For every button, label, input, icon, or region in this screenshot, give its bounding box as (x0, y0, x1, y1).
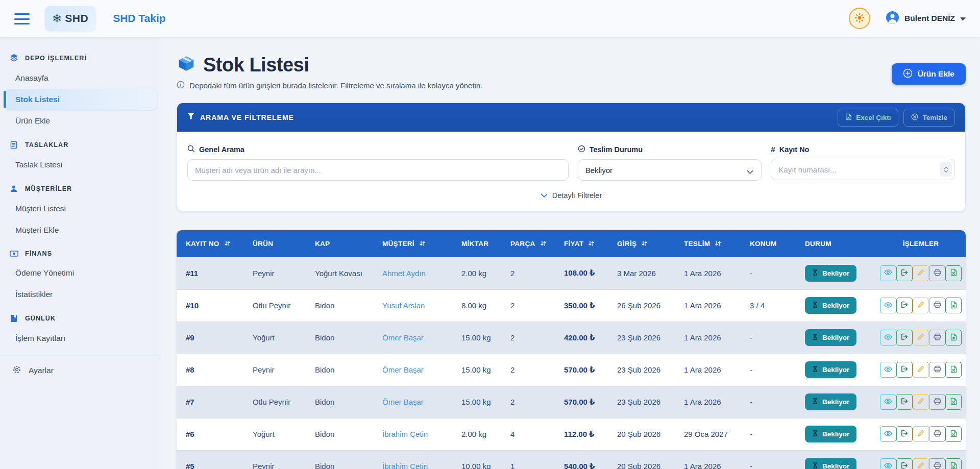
excel-action-button[interactable] (945, 330, 962, 345)
cell-miktar: 2.00 kg (452, 418, 501, 450)
hamburger-menu-icon[interactable] (14, 13, 30, 24)
print-action-button[interactable] (929, 394, 945, 410)
column-header-teslim[interactable]: TESLİM (675, 230, 741, 257)
cell-kayit: #5 (177, 450, 243, 469)
cell-kap: Yoğurt Kovası (306, 257, 373, 289)
cell-giris: 23 Şub 2026 (608, 386, 675, 418)
cell-kayit: #11 (177, 257, 243, 289)
stock-table: KAYIT NOÜRÜNKAPMÜŞTERİMİKTARPARÇAFİYATGİ… (177, 230, 966, 469)
excel-export-button[interactable]: Excel Çıktı (838, 109, 898, 127)
customer-link[interactable]: Ömer Başar (382, 398, 424, 406)
customer-link[interactable]: Ömer Başar (382, 333, 424, 342)
print-action-button[interactable] (929, 298, 945, 313)
excel-action-button[interactable] (945, 362, 962, 378)
deliver-icon (901, 462, 909, 469)
filter-header: ARAMA VE FİLTRELEME Excel Çıktı (177, 103, 965, 132)
view-action-button[interactable] (880, 265, 896, 281)
deliver-action-button[interactable] (896, 458, 913, 469)
customer-link[interactable]: İbrahim Çetin (382, 430, 428, 438)
cell-miktar: 15.00 kg (452, 354, 501, 386)
cell-teslim: 29 Oca 2027 (675, 418, 741, 450)
print-action-button[interactable] (929, 458, 945, 469)
avatar (886, 11, 899, 27)
deliver-icon (901, 365, 909, 374)
theme-toggle-button[interactable] (849, 8, 870, 29)
deliver-action-button[interactable] (896, 362, 913, 378)
sidebar-item-odeme-yonetimi[interactable]: Ödeme Yönetimi (4, 263, 157, 283)
column-header-islemler: İŞLEMLER (876, 230, 966, 257)
excel-action-button[interactable] (945, 265, 962, 281)
row-actions (880, 362, 962, 378)
view-action-button[interactable] (880, 458, 896, 469)
excel-action-button[interactable] (945, 394, 962, 410)
print-action-button[interactable] (929, 362, 945, 378)
status-badge: Bekliyor (805, 329, 856, 346)
sun-icon (854, 12, 865, 25)
cell-giris: 20 Şub 2026 (608, 418, 675, 450)
edit-action-button[interactable] (913, 458, 929, 469)
edit-action-button[interactable] (913, 394, 929, 410)
edit-icon (917, 301, 924, 310)
cell-musteri: İbrahim Çetin (373, 450, 452, 469)
deliver-action-button[interactable] (896, 330, 913, 345)
view-action-button[interactable] (880, 298, 896, 313)
search-input[interactable] (187, 159, 569, 181)
detailed-filters-toggle[interactable]: Detaylı Filtreler (187, 191, 955, 200)
column-header-kayit[interactable]: KAYIT NO (177, 230, 243, 257)
cell-urun: Yoğurt (243, 418, 306, 450)
edit-action-button[interactable] (913, 330, 929, 345)
deliver-action-button[interactable] (896, 394, 913, 410)
top-bar: ❄ SHD SHD Takip (0, 0, 980, 37)
excel-icon (950, 430, 957, 439)
excel-action-button[interactable] (945, 458, 962, 469)
sidebar-item-taslak-listesi[interactable]: Taslak Listesi (4, 155, 157, 175)
print-action-button[interactable] (929, 330, 945, 345)
edit-action-button[interactable] (913, 362, 929, 378)
column-header-konum: KONUM (741, 230, 796, 257)
edit-icon (917, 365, 924, 374)
sidebar-item-stok-listesi[interactable]: Stok Listesi (4, 89, 157, 110)
clear-filters-button[interactable]: Temizle (903, 109, 955, 127)
sidebar-item-i-statistikler[interactable]: İstatistikler (4, 284, 157, 305)
view-action-button[interactable] (880, 330, 896, 345)
column-header-parca[interactable]: PARÇA (501, 230, 555, 257)
package-box-icon (177, 55, 196, 76)
view-action-button[interactable] (880, 394, 896, 410)
customer-link[interactable]: İbrahim Çetin (382, 462, 428, 469)
sidebar-item-anasayfa[interactable]: Anasayfa (4, 68, 157, 88)
customer-link[interactable]: Yusuf Arslan (382, 301, 425, 310)
edit-action-button[interactable] (913, 298, 929, 313)
column-header-fiyat[interactable]: FİYAT (555, 230, 608, 257)
column-header-giris[interactable]: GİRİŞ (608, 230, 675, 257)
excel-action-button[interactable] (945, 298, 962, 313)
customer-link[interactable]: Ömer Başar (382, 365, 424, 374)
edit-action-button[interactable] (913, 426, 929, 442)
customer-link[interactable]: Ahmet Aydın (382, 269, 426, 278)
sidebar-item-musteri-listesi[interactable]: Müşteri Listesi (4, 199, 157, 219)
column-header-musteri[interactable]: MÜŞTERİ (373, 230, 452, 257)
edit-action-button[interactable] (913, 265, 929, 281)
deliver-action-button[interactable] (896, 265, 913, 281)
excel-icon (950, 462, 957, 469)
deliver-action-button[interactable] (896, 426, 913, 442)
number-spinner[interactable] (940, 162, 952, 177)
print-action-button[interactable] (929, 426, 945, 442)
cell-fiyat: 350.00 ₺ (555, 289, 608, 322)
excel-action-button[interactable] (945, 426, 962, 442)
gear-icon (12, 365, 21, 376)
view-action-button[interactable] (880, 362, 896, 378)
print-action-button[interactable] (929, 265, 945, 281)
sidebar-item-ayarlar[interactable]: Ayarlar (0, 358, 161, 383)
sidebar-item-musteri-ekle[interactable]: Müşteri Ekle (4, 220, 157, 240)
cell-islemler (876, 289, 966, 322)
record-no-input[interactable] (771, 159, 955, 180)
view-action-button[interactable] (880, 426, 896, 442)
sidebar-item-urun-ekle[interactable]: Ürün Ekle (4, 111, 157, 131)
sidebar-item-i-slem-kayitlari[interactable]: İşlem Kayıtları (4, 328, 157, 349)
user-menu[interactable]: Bülent DENİZ (886, 11, 966, 27)
deliver-action-button[interactable] (896, 298, 913, 313)
app-logo[interactable]: ❄ SHD (45, 6, 95, 31)
cell-durum: Bekliyor (796, 354, 876, 386)
add-product-button[interactable]: Ürün Ekle (892, 63, 966, 85)
status-select[interactable]: Bekliyor (578, 159, 762, 181)
